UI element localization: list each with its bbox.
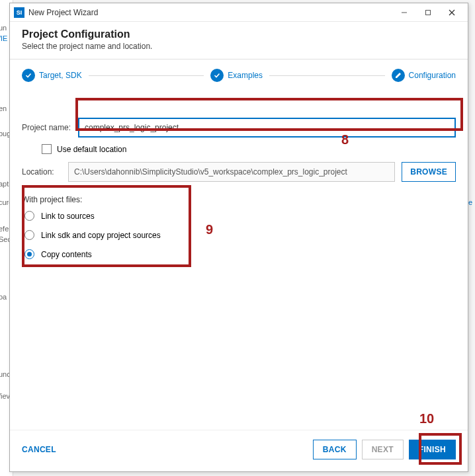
close-icon [449, 9, 455, 16]
maximize-icon [425, 9, 431, 16]
step-label: Configuration [409, 71, 456, 80]
radio-icon[interactable] [24, 211, 34, 221]
project-name-row: Project name: [22, 118, 456, 138]
step-label: Target, SDK [39, 71, 82, 80]
checkbox-icon[interactable] [42, 144, 52, 154]
page-subtitle: Select the project name and location. [22, 42, 456, 51]
pencil-icon [392, 69, 405, 82]
minimize-button[interactable] [392, 5, 416, 20]
window-title: New Project Wizard [28, 8, 392, 17]
use-default-location-row[interactable]: Use default location [42, 144, 456, 154]
step-label: Examples [228, 71, 263, 80]
radio-label: Copy contents [41, 250, 92, 259]
project-name-label: Project name: [22, 123, 78, 132]
browse-button[interactable]: BROWSE [402, 162, 456, 182]
step-configuration[interactable]: Configuration [392, 69, 456, 82]
close-button[interactable] [440, 5, 464, 20]
use-default-location-label: Use default location [57, 145, 126, 154]
svg-rect-1 [426, 10, 431, 15]
back-button[interactable]: BACK [313, 440, 357, 459]
location-row: Location: BROWSE [22, 162, 456, 182]
radio-link-sdk-copy[interactable]: Link sdk and copy project sources [24, 230, 456, 240]
next-button: NEXT [362, 440, 404, 459]
step-examples[interactable]: Examples [210, 69, 263, 82]
cancel-button[interactable]: CANCEL [22, 440, 65, 459]
step-target-sdk[interactable]: Target, SDK [22, 69, 82, 82]
page-title: Project Configuration [22, 28, 456, 40]
dialog-body: Project name: Use default location Locat… [10, 93, 468, 430]
radio-link-sources[interactable]: Link to sources [24, 211, 456, 221]
dialog-header: Project Configuration Select the project… [10, 22, 468, 60]
wizard-steps: Target, SDK Examples Configuration [10, 60, 468, 93]
project-files-label: With project files: [22, 195, 456, 204]
location-label: Location: [22, 167, 68, 177]
radio-icon[interactable] [24, 230, 34, 240]
minimize-icon [401, 9, 408, 16]
radio-label: Link to sources [41, 212, 95, 221]
radio-icon[interactable] [24, 249, 34, 259]
app-icon: SI [14, 7, 24, 18]
radio-copy-contents[interactable]: Copy contents [24, 249, 456, 259]
radio-label: Link sdk and copy project sources [41, 231, 161, 240]
dialog-footer: CANCEL BACK NEXT FINISH [10, 430, 468, 471]
new-project-wizard-dialog: SI New Project Wizard Project Configurat… [9, 3, 468, 472]
finish-button[interactable]: FINISH [409, 440, 456, 459]
maximize-button[interactable] [416, 5, 440, 20]
location-input[interactable] [68, 162, 395, 182]
titlebar: SI New Project Wizard [10, 3, 468, 22]
check-icon [22, 69, 35, 82]
check-icon [210, 69, 224, 82]
project-name-input[interactable] [78, 118, 456, 138]
